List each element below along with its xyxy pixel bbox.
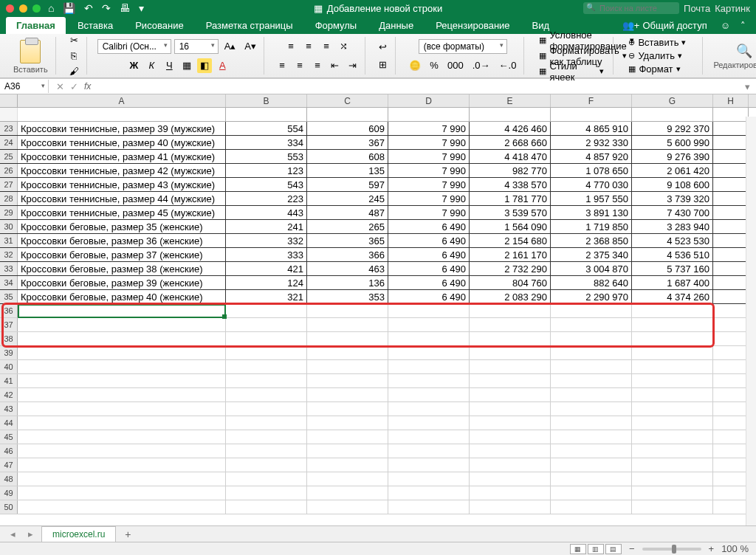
cell[interactable]	[551, 346, 632, 359]
zoom-in-button[interactable]: +	[709, 543, 715, 554]
bold-button[interactable]: Ж	[126, 58, 141, 73]
cell[interactable]: 5 600 990	[632, 136, 713, 149]
tab-insert[interactable]: Вставка	[67, 17, 123, 34]
col-header-B[interactable]: B	[226, 94, 307, 107]
comma-icon[interactable]: 000	[444, 58, 467, 73]
cell[interactable]	[713, 318, 749, 331]
cell[interactable]	[226, 360, 307, 373]
row-header[interactable]: 34	[0, 276, 18, 289]
cell[interactable]	[632, 304, 713, 317]
row-header[interactable]: 33	[0, 262, 18, 275]
col-header-H[interactable]: H	[713, 94, 749, 107]
cell[interactable]: 6 490	[388, 262, 470, 275]
increase-font-icon[interactable]: A▴	[221, 39, 239, 54]
align-center-icon[interactable]: ≡	[292, 58, 307, 73]
table-row[interactable]: 34Кроссовки беговые, размер 39 (женские)…	[0, 276, 756, 290]
cell[interactable]	[713, 206, 749, 219]
cell[interactable]: 2 161 170	[470, 248, 551, 261]
cell[interactable]	[713, 360, 749, 373]
tab-home[interactable]: Главная	[6, 17, 66, 34]
row-header[interactable]: 44	[0, 416, 18, 430]
cell[interactable]	[632, 430, 713, 444]
table-row[interactable]: 29Кроссовки теннисные, размер 45 (мужски…	[0, 206, 756, 220]
cell[interactable]	[713, 500, 749, 514]
row-header[interactable]: 48	[0, 472, 18, 486]
cell[interactable]	[18, 388, 226, 401]
cell[interactable]	[226, 388, 307, 401]
tab-formulas[interactable]: Формулы	[305, 17, 368, 34]
cell[interactable]: 3 004 870	[551, 262, 632, 275]
accept-formula-icon[interactable]: ✓	[70, 81, 78, 92]
cell[interactable]	[18, 304, 226, 317]
normal-view-icon[interactable]: ▦	[570, 544, 586, 554]
cell[interactable]: Кроссовки беговые, размер 36 (женские)	[18, 234, 226, 247]
cell[interactable]	[470, 388, 551, 401]
fill-color-button[interactable]: ◧	[197, 58, 212, 73]
row-header[interactable]: 36	[0, 304, 18, 317]
cell[interactable]: 4 338 570	[470, 178, 551, 191]
cell[interactable]	[551, 444, 632, 458]
cell[interactable]: 223	[226, 192, 307, 205]
decrease-decimal-icon[interactable]: ←.0	[496, 58, 520, 73]
cut-icon[interactable]: ✂	[66, 33, 81, 47]
table-row[interactable]: 24Кроссовки теннисные, размер 40 (мужски…	[0, 136, 756, 150]
format-cells-button[interactable]: ▦ Формат ▾	[624, 63, 698, 75]
tab-page-layout[interactable]: Разметка страницы	[196, 17, 303, 34]
underline-button[interactable]: Ч	[162, 58, 176, 73]
table-row[interactable]: 37	[0, 318, 756, 332]
cell[interactable]	[226, 500, 307, 514]
wrap-text-icon[interactable]: ↩	[376, 40, 391, 55]
col-header-G[interactable]: G	[632, 94, 713, 107]
table-row[interactable]: 50	[0, 500, 756, 514]
orientation-icon[interactable]: ⤭	[337, 39, 351, 54]
redo-icon[interactable]: ↷	[102, 2, 111, 14]
row-header[interactable]: 41	[0, 374, 18, 387]
cell[interactable]: 6 490	[388, 248, 470, 261]
menu-images[interactable]: Картинк	[715, 3, 750, 14]
cell[interactable]	[307, 444, 388, 458]
cell[interactable]	[632, 472, 713, 486]
cell[interactable]	[713, 276, 749, 289]
table-row[interactable]: 48	[0, 472, 756, 486]
cell[interactable]	[226, 304, 307, 317]
row-header[interactable]: 42	[0, 388, 18, 401]
table-row[interactable]: 47	[0, 458, 756, 472]
cell[interactable]: Кроссовки беговые, размер 37 (женские)	[18, 248, 226, 261]
col-header-F[interactable]: F	[551, 94, 632, 107]
cell[interactable]	[632, 360, 713, 373]
cell[interactable]	[713, 290, 749, 303]
align-right-icon[interactable]: ≡	[310, 58, 325, 73]
table-row[interactable]: 49	[0, 486, 756, 500]
cell[interactable]	[18, 416, 226, 430]
cell[interactable]: 1 687 400	[632, 276, 713, 289]
cell[interactable]: 982 770	[470, 164, 551, 177]
cell[interactable]: 2 375 340	[551, 248, 632, 261]
cell[interactable]: 367	[307, 136, 388, 149]
cell[interactable]	[632, 500, 713, 514]
cell[interactable]	[470, 430, 551, 444]
cell[interactable]: 554	[226, 122, 307, 135]
cell[interactable]: 241	[226, 220, 307, 233]
row-header[interactable]: 29	[0, 206, 18, 219]
row-header[interactable]: 49	[0, 486, 18, 500]
cell[interactable]	[551, 374, 632, 387]
cell[interactable]	[632, 444, 713, 458]
cell[interactable]	[18, 472, 226, 486]
table-row[interactable]: 33Кроссовки беговые, размер 38 (женские)…	[0, 262, 756, 276]
cell[interactable]: Кроссовки теннисные, размер 41 (мужские)	[18, 150, 226, 163]
cell[interactable]: 4 418 470	[470, 150, 551, 163]
cell[interactable]	[388, 318, 470, 331]
cell[interactable]	[470, 318, 551, 331]
cell[interactable]	[632, 458, 713, 472]
sheet-tab[interactable]: microexcel.ru	[41, 526, 116, 542]
cell[interactable]	[307, 332, 388, 345]
cell[interactable]	[632, 374, 713, 387]
cell[interactable]	[307, 374, 388, 387]
cell[interactable]: 333	[226, 248, 307, 261]
font-color-button[interactable]: A	[215, 58, 230, 73]
cell[interactable]: 7 990	[388, 164, 470, 177]
cell[interactable]	[226, 458, 307, 472]
cell[interactable]	[713, 402, 749, 416]
table-row[interactable]: 44	[0, 416, 756, 430]
tab-draw[interactable]: Рисование	[125, 17, 193, 34]
